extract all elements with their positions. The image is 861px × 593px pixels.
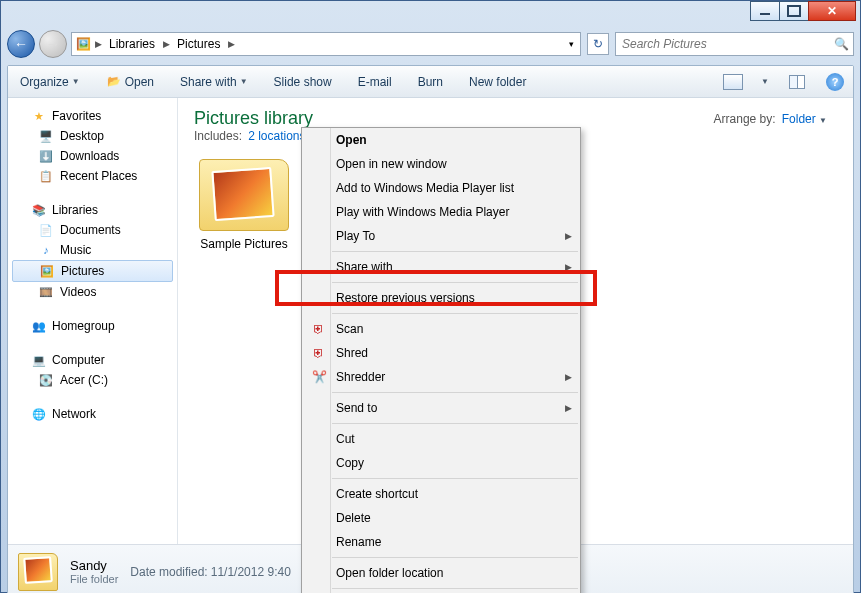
video-icon: 🎞️ (38, 284, 54, 300)
refresh-button[interactable]: ↻ (587, 33, 609, 55)
nav-bar: ← → 🖼️ ▶ Libraries ▶ Pictures ▶ ▾ ↻ 🔍 (7, 29, 854, 59)
chevron-down-icon[interactable]: ▼ (761, 77, 769, 86)
homegroup-group[interactable]: 👥Homegroup (8, 316, 177, 336)
ctx-delete[interactable]: Delete (302, 506, 580, 530)
details-name: Sandy (70, 558, 118, 573)
ctx-open-new-window[interactable]: Open in new window (302, 152, 580, 176)
ctx-restore-previous[interactable]: Restore previous versions (302, 286, 580, 310)
ctx-play-wmp[interactable]: Play with Windows Media Player (302, 200, 580, 224)
document-icon: 📄 (38, 222, 54, 238)
ctx-open-folder-location[interactable]: Open folder location (302, 561, 580, 585)
folder-icon (199, 159, 289, 231)
ctx-open[interactable]: Open (302, 128, 580, 152)
details-date-modified: Date modified: 11/1/2012 9:40 (130, 565, 291, 579)
preview-pane-button[interactable] (787, 72, 807, 92)
back-button[interactable]: ← (7, 30, 35, 58)
ctx-copy[interactable]: Copy (302, 451, 580, 475)
drive-icon: 💽 (38, 372, 54, 388)
sidebar-item-downloads[interactable]: ⬇️Downloads (8, 146, 177, 166)
chevron-right-icon: ▶ (565, 231, 572, 241)
pictures-icon: 🖼️ (39, 263, 55, 279)
search-icon: 🔍 (834, 37, 849, 51)
ctx-send-to[interactable]: Send to▶ (302, 396, 580, 420)
shield-icon: ⛨ (310, 346, 328, 360)
chevron-right-icon: ▶ (565, 262, 572, 272)
pictures-library-icon: 🖼️ (74, 37, 92, 51)
maximize-button[interactable] (779, 1, 809, 21)
computer-icon: 💻 (31, 352, 47, 368)
download-icon: ⬇️ (38, 148, 54, 164)
music-icon: ♪ (38, 242, 54, 258)
ctx-cut[interactable]: Cut (302, 427, 580, 451)
folder-item-sample-pictures[interactable]: Sample Pictures (194, 159, 294, 251)
chevron-down-icon: ▼ (819, 116, 827, 125)
email-button[interactable]: E-mail (354, 72, 396, 92)
folder-icon: 📂 (106, 74, 122, 90)
chevron-right-icon: ▶ (565, 403, 572, 413)
ctx-create-shortcut[interactable]: Create shortcut (302, 482, 580, 506)
details-type: File folder (70, 573, 118, 585)
minimize-button[interactable] (750, 1, 780, 21)
network-icon: 🌐 (31, 406, 47, 422)
computer-group[interactable]: 💻Computer (8, 350, 177, 370)
ctx-share-with[interactable]: Share with▶ (302, 255, 580, 279)
favorites-group[interactable]: ★Favorites (8, 106, 177, 126)
titlebar (1, 1, 860, 29)
shredder-icon: ✂️ (310, 370, 328, 384)
chevron-right-icon[interactable]: ▶ (92, 39, 105, 49)
libraries-group[interactable]: 📚Libraries (8, 200, 177, 220)
libraries-icon: 📚 (31, 202, 47, 218)
arrange-by: Arrange by: Folder ▼ (714, 112, 827, 126)
navigation-pane: ★Favorites 🖥️Desktop ⬇️Downloads 📋Recent… (8, 98, 178, 544)
sidebar-item-recent[interactable]: 📋Recent Places (8, 166, 177, 186)
locations-link[interactable]: 2 locations (248, 129, 305, 143)
slideshow-button[interactable]: Slide show (270, 72, 336, 92)
context-menu: Open Open in new window Add to Windows M… (301, 127, 581, 593)
arrange-by-menu[interactable]: Folder ▼ (782, 112, 827, 126)
shield-icon: ⛨ (310, 322, 328, 336)
forward-button[interactable]: → (39, 30, 67, 58)
ctx-play-to[interactable]: Play To▶ (302, 224, 580, 248)
view-options-button[interactable] (723, 72, 743, 92)
desktop-icon: 🖥️ (38, 128, 54, 144)
ctx-shredder[interactable]: ✂️Shredder▶ (302, 365, 580, 389)
new-folder-button[interactable]: New folder (465, 72, 530, 92)
homegroup-icon: 👥 (31, 318, 47, 334)
sidebar-item-drive-c[interactable]: 💽Acer (C:) (8, 370, 177, 390)
chevron-right-icon: ▶ (565, 372, 572, 382)
ctx-rename[interactable]: Rename (302, 530, 580, 554)
search-box[interactable]: 🔍 (615, 32, 854, 56)
chevron-down-icon[interactable]: ▾ (569, 39, 574, 49)
address-bar[interactable]: 🖼️ ▶ Libraries ▶ Pictures ▶ ▾ (71, 32, 581, 56)
sidebar-item-music[interactable]: ♪Music (8, 240, 177, 260)
sidebar-item-documents[interactable]: 📄Documents (8, 220, 177, 240)
folder-icon (18, 553, 58, 591)
command-bar: Organize▼ 📂Open Share with▼ Slide show E… (8, 66, 853, 98)
ctx-shred[interactable]: ⛨Shred (302, 341, 580, 365)
help-button[interactable]: ? (825, 72, 845, 92)
help-icon: ? (826, 73, 844, 91)
search-input[interactable] (620, 36, 834, 52)
network-group[interactable]: 🌐Network (8, 404, 177, 424)
sidebar-item-videos[interactable]: 🎞️Videos (8, 282, 177, 302)
recent-icon: 📋 (38, 168, 54, 184)
ctx-scan[interactable]: ⛨Scan (302, 317, 580, 341)
share-with-menu[interactable]: Share with▼ (176, 72, 252, 92)
explorer-window: ← → 🖼️ ▶ Libraries ▶ Pictures ▶ ▾ ↻ 🔍 Or… (0, 0, 861, 593)
close-button[interactable] (808, 1, 856, 21)
burn-button[interactable]: Burn (414, 72, 447, 92)
breadcrumb-libraries[interactable]: Libraries (105, 37, 160, 51)
chevron-right-icon[interactable]: ▶ (225, 39, 238, 49)
star-icon: ★ (31, 108, 47, 124)
sidebar-item-desktop[interactable]: 🖥️Desktop (8, 126, 177, 146)
organize-menu[interactable]: Organize▼ (16, 72, 84, 92)
sidebar-item-pictures[interactable]: 🖼️Pictures (12, 260, 173, 282)
chevron-right-icon[interactable]: ▶ (160, 39, 173, 49)
ctx-add-wmp-list[interactable]: Add to Windows Media Player list (302, 176, 580, 200)
breadcrumb-pictures[interactable]: Pictures (173, 37, 225, 51)
open-button[interactable]: 📂Open (102, 71, 158, 93)
